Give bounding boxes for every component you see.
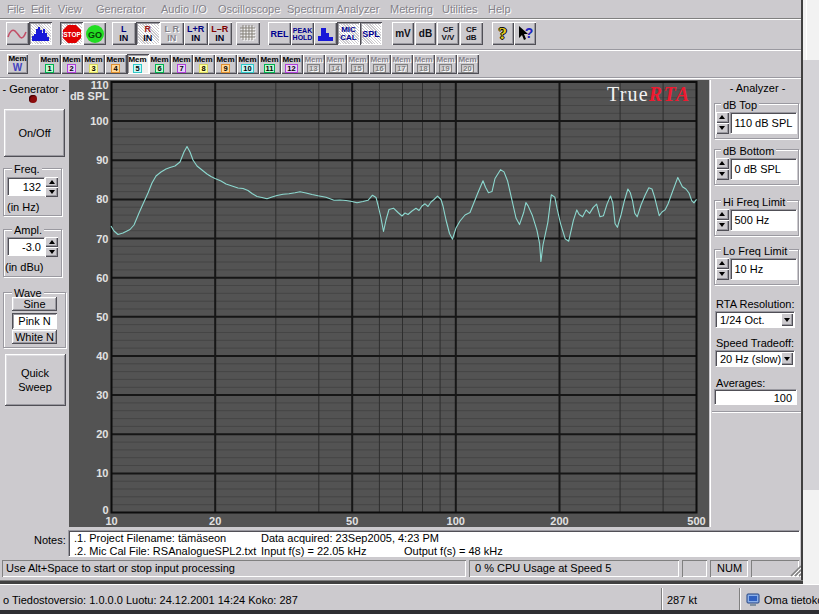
svg-text:40: 40	[96, 350, 108, 362]
svg-text:20: 20	[209, 515, 221, 527]
svg-text:70: 70	[96, 233, 108, 245]
svg-text:10: 10	[105, 515, 117, 527]
svg-text:200: 200	[550, 515, 568, 527]
svg-text:100: 100	[90, 115, 108, 127]
svg-text:50: 50	[346, 515, 358, 527]
svg-text:30: 30	[96, 389, 108, 401]
svg-text:GO: GO	[87, 29, 101, 39]
svg-text:20: 20	[96, 428, 108, 440]
svg-text:100: 100	[447, 515, 465, 527]
svg-text:60: 60	[96, 272, 108, 284]
svg-text:STOP: STOP	[63, 31, 81, 38]
svg-text:500: 500	[687, 515, 705, 527]
svg-text:TrueRTA: TrueRTA	[607, 83, 690, 105]
svg-text:?: ?	[524, 25, 533, 41]
svg-text:90: 90	[96, 154, 108, 166]
svg-text:80: 80	[96, 193, 108, 205]
svg-text:dB SPL: dB SPL	[70, 90, 109, 102]
svg-text:50: 50	[96, 311, 108, 323]
svg-text:10: 10	[96, 467, 108, 479]
